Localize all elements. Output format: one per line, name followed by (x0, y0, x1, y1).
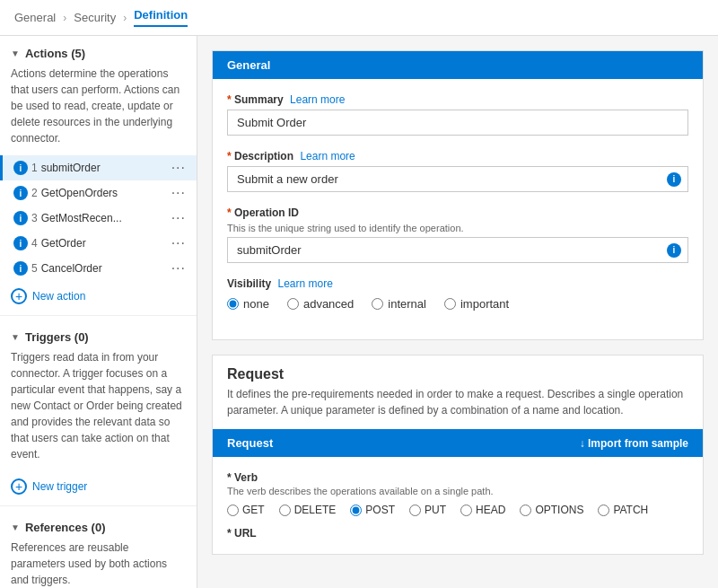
general-card-body: * Summary Learn more * Description Learn… (213, 79, 703, 339)
operation-id-field-group: * Operation ID This is the unique string… (227, 206, 688, 263)
url-label: * URL (227, 527, 688, 540)
operation-id-input[interactable] (227, 237, 688, 263)
verb-head-option[interactable]: HEAD (460, 504, 505, 516)
triggers-chevron-icon: ▼ (11, 332, 20, 342)
verb-head-radio[interactable] (460, 505, 472, 516)
summary-learn-more-link[interactable]: Learn more (290, 93, 345, 106)
operation-id-info-icon[interactable]: i (667, 243, 681, 258)
operation-id-required: * (227, 206, 232, 219)
request-description: It defines the pre-requirements needed i… (213, 386, 703, 429)
action-num-4: 4 (31, 237, 38, 250)
request-header: Request ↓ Import from sample (213, 429, 703, 457)
verb-delete-radio[interactable] (279, 505, 291, 516)
visibility-radio-group: none advanced internal important (227, 297, 688, 311)
divider-2 (0, 505, 197, 506)
visibility-none-radio[interactable] (227, 298, 239, 310)
new-trigger-label: New trigger (32, 480, 87, 493)
breadcrumb-security[interactable]: Security (74, 11, 116, 24)
import-from-sample-button[interactable]: ↓ Import from sample (580, 437, 688, 450)
description-info-icon[interactable]: i (667, 172, 681, 187)
visibility-advanced-option[interactable]: advanced (287, 297, 354, 311)
visibility-none-option[interactable]: none (227, 297, 269, 311)
visibility-internal-radio[interactable] (372, 298, 383, 310)
visibility-advanced-label: advanced (303, 297, 354, 311)
request-title: Request (213, 355, 703, 386)
verb-put-option[interactable]: PUT (409, 504, 446, 516)
info-icon-2: i (13, 186, 28, 200)
verb-get-label: GET (242, 504, 265, 516)
general-card-header: General (213, 51, 703, 79)
summary-input[interactable] (227, 110, 688, 136)
verb-delete-label: DELETE (294, 504, 337, 516)
divider-1 (0, 315, 197, 316)
breadcrumb-definition[interactable]: Definition (134, 8, 188, 27)
verb-label: * Verb (227, 471, 688, 484)
action-list: i 1 submitOrder ··· i 2 GetOpenOrders ··… (0, 155, 197, 281)
action-item-getmostrecen[interactable]: i 3 GetMostRecen... ··· (0, 206, 197, 231)
triggers-title: Triggers (0) (25, 330, 89, 344)
verb-post-radio[interactable] (350, 505, 362, 516)
general-card: General * Summary Learn more * Descripti (212, 50, 704, 340)
visibility-label: Visibility Learn more (227, 277, 688, 290)
action-num-2: 2 (31, 187, 38, 199)
action-dots-4[interactable]: ··· (171, 235, 186, 251)
visibility-advanced-radio[interactable] (287, 298, 299, 310)
actions-description: Actions determine the operations that us… (0, 66, 197, 155)
visibility-internal-option[interactable]: internal (372, 297, 426, 311)
visibility-learn-more-link[interactable]: Learn more (277, 277, 332, 290)
verb-options: GET DELETE POST PUT (227, 504, 688, 516)
description-learn-more-link[interactable]: Learn more (300, 150, 355, 162)
triggers-description: Triggers read data in from your connecto… (0, 349, 197, 471)
action-item-cancelorder[interactable]: i 5 CancelOrder ··· (0, 256, 197, 281)
visibility-important-option[interactable]: important (444, 297, 509, 311)
info-icon-4: i (13, 236, 28, 250)
verb-options-option[interactable]: OPTIONS (520, 504, 583, 516)
operation-id-label-text: Operation ID (234, 206, 299, 219)
triggers-section-header[interactable]: ▼ Triggers (0) (0, 320, 197, 349)
action-name-4: GetOrder (41, 237, 168, 250)
action-dots-3[interactable]: ··· (171, 210, 186, 226)
action-item-submitorder[interactable]: i 1 submitOrder ··· (0, 155, 197, 180)
breadcrumb-sep-1: › (63, 12, 66, 24)
action-dots-5[interactable]: ··· (171, 260, 186, 276)
summary-label: * Summary Learn more (227, 93, 688, 106)
verb-get-option[interactable]: GET (227, 504, 265, 516)
references-section-header[interactable]: ▼ References (0) (0, 510, 197, 540)
description-label-text: Description (234, 150, 293, 162)
info-icon-3: i (13, 211, 28, 225)
request-body: * Verb The verb describes the operations… (213, 457, 703, 554)
verb-put-radio[interactable] (409, 505, 421, 516)
visibility-label-text: Visibility (227, 277, 271, 290)
verb-get-radio[interactable] (227, 505, 239, 516)
action-num-3: 3 (31, 212, 38, 224)
plus-icon-action: + (11, 288, 27, 304)
action-name-3: GetMostRecen... (41, 212, 168, 224)
references-chevron-icon: ▼ (11, 522, 20, 532)
visibility-important-radio[interactable] (444, 298, 456, 310)
summary-field-group: * Summary Learn more (227, 93, 688, 136)
actions-section-header[interactable]: ▼ Actions (5) (0, 36, 197, 66)
info-icon-5: i (13, 261, 28, 276)
actions-chevron-icon: ▼ (11, 48, 20, 58)
breadcrumb-general[interactable]: General (14, 11, 56, 24)
action-dots-2[interactable]: ··· (171, 185, 186, 201)
verb-patch-radio[interactable] (598, 505, 609, 516)
verb-delete-option[interactable]: DELETE (279, 504, 337, 516)
new-trigger-button[interactable]: + New trigger (0, 471, 197, 502)
verb-options-radio[interactable] (520, 505, 531, 516)
new-action-button[interactable]: + New action (0, 281, 197, 312)
action-dots-1[interactable]: ··· (171, 160, 186, 176)
verb-post-label: POST (365, 504, 395, 516)
action-item-getorder[interactable]: i 4 GetOrder ··· (0, 231, 197, 256)
description-label: * Description Learn more (227, 150, 688, 162)
verb-patch-label: PATCH (613, 504, 648, 516)
operation-id-input-wrap: i (227, 237, 688, 263)
references-title: References (0) (25, 521, 106, 534)
verb-post-option[interactable]: POST (350, 504, 395, 516)
action-item-getopenorders[interactable]: i 2 GetOpenOrders ··· (0, 180, 197, 206)
verb-options-label: OPTIONS (535, 504, 583, 516)
description-input[interactable] (227, 166, 688, 192)
breadcrumb: General › Security › Definition (0, 0, 718, 36)
new-action-label: New action (32, 290, 85, 303)
verb-patch-option[interactable]: PATCH (598, 504, 648, 516)
